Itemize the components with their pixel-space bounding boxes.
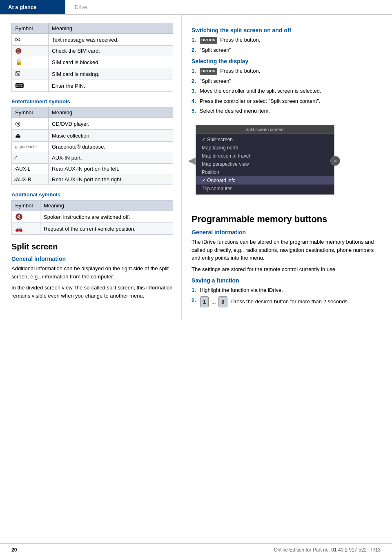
sim-symbols-table: Symbol Meaning ✉ Text message was receiv…	[11, 23, 173, 92]
ent-meaning-2: Music collection.	[49, 130, 173, 142]
sim-sym-4: ☒	[12, 68, 49, 80]
split-general-info-heading: General information	[11, 256, 173, 262]
table-row: ∕AUX-R Rear AUX-IN port on the right.	[12, 174, 173, 185]
table-row: ⏏ Music collection.	[12, 130, 173, 142]
table-row: ◎ CD/DVD player.	[12, 118, 173, 130]
split-general-info-text2: In the divided screen view, the so-calle…	[11, 284, 173, 300]
split-item-trip-computer[interactable]: Trip computer	[196, 185, 334, 193]
add-meaning-1: Spoken instructions are switched off.	[40, 211, 173, 223]
tab-idrive[interactable]: iDrive	[65, 0, 95, 14]
list-item: 4. Press the controller or select "Split…	[192, 97, 381, 105]
sim-sym-5: ⌨	[12, 80, 49, 92]
main-content: Symbol Meaning ✉ Text message was receiv…	[0, 15, 392, 320]
ent-sym-3: g gracenote	[12, 142, 49, 152]
split-screen-menu-items: ✓ Split screen Map facing north Map dire…	[196, 134, 334, 194]
sim-meaning-4: SIM card is missing.	[49, 68, 173, 80]
selecting-heading: Selecting the display	[192, 58, 381, 64]
split-screen-menu-title: Split screen content	[196, 125, 334, 134]
ent-sym-4: ∕	[12, 152, 49, 164]
tab-idrive-label: iDrive	[74, 4, 87, 10]
ent-meaning-4: AUX-IN port.	[49, 152, 173, 164]
left-arrow-icon: ◀	[188, 156, 195, 166]
tab-at-a-glance[interactable]: At a glance	[0, 0, 65, 14]
table-row: ∕AUX-L Rear AUX-IN port on the left.	[12, 164, 173, 174]
list-item: 5. Select the desired menu item.	[192, 107, 381, 115]
table-row: 🔒 SIM card is blocked.	[12, 56, 173, 68]
saving-steps-list: 1. Highlight the function via the iDrive…	[192, 286, 381, 307]
table-row: ✉ Text message was received.	[12, 34, 173, 46]
sim-sym-1: ✉	[12, 34, 49, 46]
add-col2-header: Meaning	[40, 200, 173, 211]
right-column: Switching the split screen on and off 1.…	[182, 15, 392, 320]
list-item: 2. "Split screen"	[192, 46, 381, 54]
sim-sym-2: 📵	[12, 46, 49, 56]
add-meaning-2: Request of the current vehicle position.	[40, 223, 173, 235]
split-screen-heading: Split screen	[11, 242, 173, 251]
ent-sym-2: ⏏	[12, 130, 49, 142]
ent-sym-6: ∕AUX-R	[12, 174, 49, 185]
sim-col1-header: Symbol	[12, 23, 49, 34]
ent-col1-header: Symbol	[12, 107, 49, 118]
split-screen-content-panel: ◀ Split screen content ✓ Split screen Ma…	[196, 121, 334, 201]
ent-sym-1: ◎	[12, 118, 49, 130]
list-item: 1. OPTION Press the button.	[192, 67, 381, 75]
table-row: g gracenote Gracenote® database.	[12, 142, 173, 152]
table-row: ☒ SIM card is missing.	[12, 68, 173, 80]
table-row: 📵 Check the SIM card.	[12, 46, 173, 56]
page-number: 20	[11, 547, 17, 553]
sim-meaning-3: SIM card is blocked.	[49, 56, 173, 68]
entertainment-heading: Entertainment symbols	[11, 98, 173, 105]
split-item-map-perspective[interactable]: Map perspective view	[196, 160, 334, 168]
ent-meaning-5: Rear AUX-IN port on the left.	[49, 164, 173, 174]
ent-meaning-3: Gracenote® database.	[49, 142, 173, 152]
list-item: 2. "Split screen"	[192, 77, 381, 85]
switching-steps-list: 1. OPTION Press the button. 2. "Split sc…	[192, 36, 381, 54]
list-item: 1. Highlight the function via the iDrive…	[192, 286, 381, 294]
split-item-split-screen[interactable]: ✓ Split screen	[196, 136, 334, 144]
prog-general-info-text1: The iDrive functions can be stored on th…	[192, 238, 381, 262]
page-header: At a glance iDrive	[0, 0, 392, 15]
split-screen-menu-image: Split screen content ✓ Split screen Map …	[196, 125, 334, 195]
option-button-icon: OPTION	[200, 37, 217, 44]
table-row: ⌨ Enter the PIN.	[12, 80, 173, 92]
sim-col2-header: Meaning	[49, 23, 173, 34]
right-knob-icon: ●	[330, 156, 340, 166]
sim-meaning-1: Text message was received.	[49, 34, 173, 46]
table-row: ∕ AUX-IN port.	[12, 152, 173, 164]
prog-general-info-heading: General information	[192, 229, 381, 236]
table-row: 🚗 Request of the current vehicle positio…	[12, 223, 173, 235]
ent-meaning-6: Rear AUX-IN port on the right.	[49, 174, 173, 185]
option-button-icon-2: OPTION	[200, 68, 217, 75]
split-item-map-direction[interactable]: Map direction of travel	[196, 152, 334, 160]
add-col1-header: Symbol	[12, 200, 40, 211]
tab-at-a-glance-label: At a glance	[8, 4, 36, 10]
page-footer: 20 Online Edition for Part no. 01 40 2 9…	[0, 543, 392, 556]
sim-meaning-5: Enter the PIN.	[49, 80, 173, 92]
left-column: Symbol Meaning ✉ Text message was receiv…	[0, 15, 182, 320]
split-general-info-text1: Additional information can be displayed …	[11, 265, 173, 280]
split-item-map-north[interactable]: Map facing north	[196, 144, 334, 152]
table-row: 🔇 Spoken instructions are switched off.	[12, 211, 173, 223]
selecting-steps-list: 1. OPTION Press the button. 2. "Split sc…	[192, 67, 381, 115]
additional-table: Symbol Meaning 🔇 Spoken instructions are…	[11, 200, 173, 235]
memory-button-image: 1 ... 8	[200, 296, 228, 308]
list-item: 2. 1 ... 8 Press the desired button for …	[192, 296, 381, 308]
list-item: 1. OPTION Press the button.	[192, 36, 381, 44]
entertainment-table: Symbol Meaning ◎ CD/DVD player. ⏏ Music …	[11, 107, 173, 185]
mem-btn-1: 1	[200, 296, 209, 308]
sim-meaning-2: Check the SIM card.	[49, 46, 173, 56]
prog-mem-heading: Programmable memory buttons	[192, 214, 381, 225]
list-item: 3. Move the controller until the split s…	[192, 87, 381, 95]
split-item-position[interactable]: Position	[196, 168, 334, 176]
ent-sym-5: ∕AUX-L	[12, 164, 49, 174]
split-item-onboard-info[interactable]: ✓ Onboard info	[196, 176, 334, 185]
footer-copyright: Online Edition for Part no. 01 40 2 917 …	[274, 547, 381, 553]
switching-heading: Switching the split screen on and off	[192, 27, 381, 33]
add-sym-1: 🔇	[12, 211, 40, 223]
add-sym-2: 🚗	[12, 223, 40, 235]
ent-meaning-1: CD/DVD player.	[49, 118, 173, 130]
mem-btn-8: 8	[218, 296, 227, 308]
sim-sym-3: 🔒	[12, 56, 49, 68]
saving-function-heading: Saving a function	[192, 277, 381, 284]
additional-heading: Additional symbols	[11, 191, 173, 198]
